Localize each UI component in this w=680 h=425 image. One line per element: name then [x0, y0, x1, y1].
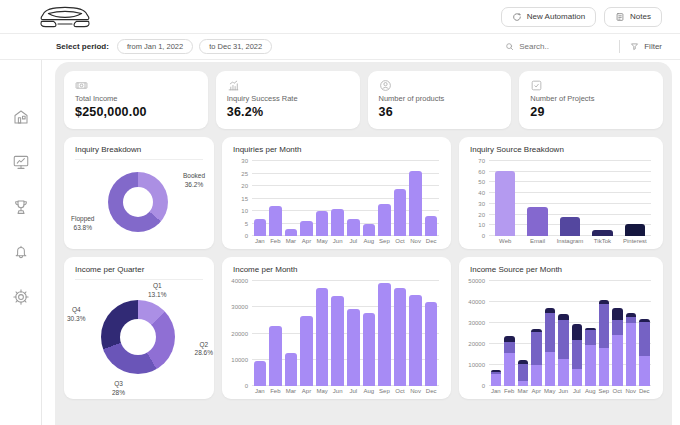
income-per-month-chart[interactable]: 010000200003000040000JanFebMarAprMayJunJ… [252, 281, 439, 394]
user-circle-icon [379, 78, 392, 91]
income-per-quarter-donut[interactable] [101, 300, 175, 374]
inquiries-per-month-chart[interactable]: 051015202530JanFebMarAprMayJunJulAugSepO… [252, 161, 439, 244]
charts-row-2: Income per Quarter Q113.1% Q228.6% Q328%… [64, 257, 663, 399]
chart-up-icon [227, 78, 240, 91]
new-automation-button[interactable]: New Automation [501, 7, 596, 27]
sidebar-item-notifications[interactable] [12, 243, 30, 261]
income-source-per-month-chart[interactable]: 01000020000300004000050000JanFebMarAprMa… [489, 281, 651, 394]
chart-title: Income Source per Month [459, 257, 663, 277]
dashboard-panel: Total Income $250,000.00 Inquiry Success… [55, 62, 672, 425]
charts-row-1: Inquiry Breakdown Booked36.2% Flopped63.… [64, 137, 663, 249]
stat-label: Number of products [379, 94, 501, 103]
stat-card-projects: Number of Projects 29 [519, 71, 663, 129]
income-per-month-card: Income per Month 010000200003000040000Ja… [222, 257, 451, 399]
sidebar-item-analytics[interactable] [12, 153, 30, 171]
search-icon [505, 42, 514, 51]
chart-title: Inquiries per Month [222, 137, 451, 157]
notes-label: Notes [630, 12, 651, 21]
home-icon [12, 108, 30, 126]
notes-icon [615, 12, 625, 22]
pie-label-q3: Q328% [112, 380, 125, 398]
inquiry-source-card: Inquiry Source Breakdown 010203040506070… [459, 137, 663, 249]
chart-title: Inquiry Source Breakdown [459, 137, 663, 157]
sidebar-item-achievements[interactable] [12, 198, 30, 216]
banknote-icon [75, 78, 88, 91]
stat-value: 36 [379, 105, 501, 119]
notes-button[interactable]: Notes [604, 7, 662, 27]
pie-label-q2: Q228.6% [195, 341, 213, 359]
pie-label-q4: Q430.3% [67, 306, 85, 324]
sidebar-nav [0, 60, 42, 425]
stat-value: 29 [530, 105, 652, 119]
filter-label: Filter [644, 42, 662, 51]
sidebar-item-home[interactable] [12, 108, 30, 126]
pie-label-q1: Q113.1% [148, 282, 166, 300]
filter-bar: Select period: from Jan 1, 2022 to Dec 3… [0, 34, 680, 60]
inquiry-breakdown-donut[interactable] [108, 172, 168, 232]
stat-card-products: Number of products 36 [368, 71, 512, 129]
automation-icon [512, 12, 522, 22]
stat-value: $250,000.00 [75, 105, 197, 119]
inquiry-breakdown-donut-area: Booked36.2% Flopped63.8% [64, 160, 214, 249]
inquiry-breakdown-card: Inquiry Breakdown Booked36.2% Flopped63.… [64, 137, 214, 249]
top-header: New Automation Notes [0, 0, 680, 34]
income-source-per-month-card: Income Source per Month 0100002000030000… [459, 257, 663, 399]
stat-label: Total Income [75, 94, 197, 103]
inquiries-per-month-card: Inquiries per Month 051015202530JanFebMa… [222, 137, 451, 249]
filter-icon [630, 42, 639, 51]
new-automation-label: New Automation [527, 12, 585, 21]
income-per-quarter-card: Income per Quarter Q113.1% Q228.6% Q328%… [64, 257, 214, 399]
filter-button[interactable]: Filter [630, 42, 662, 51]
inquiry-source-chart[interactable]: 010203040506070WebEmailInstagramTikTokPi… [489, 161, 651, 244]
date-to-pill[interactable]: to Dec 31, 2022 [199, 39, 272, 54]
check-square-icon [530, 78, 543, 91]
search-box[interactable] [505, 42, 609, 51]
stat-label: Inquiry Success Rate [227, 94, 349, 103]
chart-title: Inquiry Breakdown [64, 137, 214, 157]
pie-label-booked: Booked36.2% [183, 172, 205, 190]
sidebar-item-settings[interactable] [12, 288, 30, 306]
divider [619, 40, 620, 53]
pie-label-flopped: Flopped63.8% [71, 215, 95, 233]
search-input[interactable] [519, 42, 609, 51]
car-logo [34, 3, 96, 31]
trophy-icon [12, 198, 30, 216]
analytics-monitor-icon [12, 153, 30, 171]
stat-value: 36.2% [227, 105, 349, 119]
stat-card-total-income: Total Income $250,000.00 [64, 71, 208, 129]
stat-label: Number of Projects [530, 94, 652, 103]
chart-title: Income per Month [222, 257, 451, 277]
stat-card-success-rate: Inquiry Success Rate 36.2% [216, 71, 360, 129]
chart-title: Income per Quarter [64, 257, 214, 277]
stat-cards-row: Total Income $250,000.00 Inquiry Success… [64, 71, 663, 129]
gear-icon [12, 288, 30, 306]
date-from-pill[interactable]: from Jan 1, 2022 [117, 39, 193, 54]
income-per-quarter-donut-area: Q113.1% Q228.6% Q328% Q430.3% [64, 280, 214, 399]
select-period-label: Select period: [56, 42, 109, 51]
bell-icon [12, 243, 30, 261]
